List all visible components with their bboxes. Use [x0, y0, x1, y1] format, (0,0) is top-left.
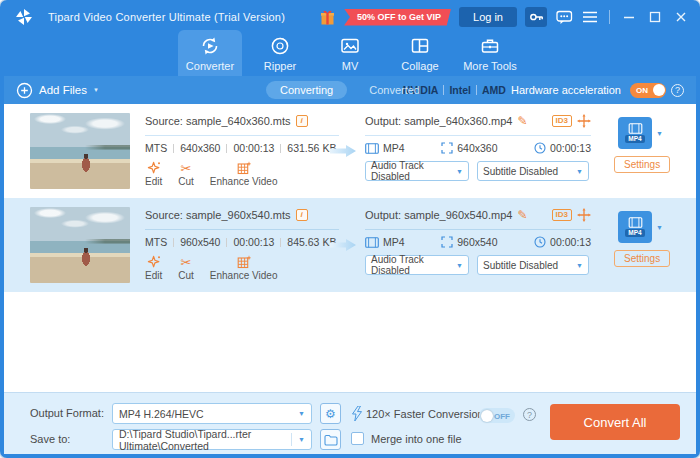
subtitle-dropdown[interactable]: Subtitle Disabled ▼ — [477, 161, 589, 181]
audio-track-dropdown[interactable]: Audio Track Disabled ▼ — [365, 255, 469, 275]
settings-button[interactable]: Settings — [614, 250, 670, 267]
faster-conversion-label: 120× Faster Conversion — [366, 408, 484, 420]
open-folder-button[interactable] — [320, 429, 341, 450]
tab-ripper-label: Ripper — [264, 60, 296, 72]
info-icon[interactable]: i — [296, 209, 308, 221]
film-icon — [365, 237, 379, 248]
faster-conversion-state: OFF — [494, 412, 510, 421]
hw-help-icon[interactable]: ? — [671, 84, 684, 97]
login-button[interactable]: Log in — [459, 7, 517, 27]
tab-mv[interactable]: MV — [318, 30, 382, 76]
film-icon — [628, 123, 643, 134]
format-settings-button[interactable]: ⚙ — [320, 403, 341, 424]
edit-button[interactable]: Edit — [145, 161, 162, 187]
source-format: MTS — [145, 142, 167, 154]
divider — [145, 135, 339, 136]
video-thumbnail[interactable] — [30, 113, 130, 189]
add-files-caret-icon: ▼ — [93, 87, 99, 93]
hw-accel-label: Hardware acceleration — [511, 84, 621, 96]
minimize-button[interactable] — [620, 8, 638, 26]
app-logo-icon — [14, 7, 34, 27]
output-duration: 00:00:13 — [550, 236, 591, 248]
cut-label: Cut — [178, 270, 194, 281]
output-resolution: 640x360 — [457, 142, 497, 154]
amd-label: AMD — [482, 84, 506, 96]
edit-icon — [147, 161, 161, 175]
gift-icon[interactable] — [319, 8, 336, 26]
scissors-icon: ✂ — [181, 161, 192, 175]
faster-help-icon[interactable]: ? — [523, 408, 536, 421]
output-format-dropdown[interactable]: MP4 H.264/HEVC ▼ — [112, 403, 312, 424]
feedback-icon[interactable] — [555, 8, 573, 26]
settings-button[interactable]: Settings — [614, 156, 670, 173]
subtitle-dropdown[interactable]: Subtitle Disabled ▼ — [477, 255, 589, 275]
profile-caret-icon[interactable]: ▼ — [656, 130, 663, 137]
output-profile-button[interactable]: MP4 — [618, 211, 652, 243]
convert-all-button[interactable]: Convert All — [550, 404, 680, 440]
id3-button[interactable]: ID3 — [552, 115, 572, 127]
dropdown-caret-icon: ▼ — [576, 168, 583, 175]
resolution-icon — [441, 236, 453, 248]
source-meta: MTS 640x360 00:00:13 631.56 KB — [145, 142, 339, 154]
ripper-icon — [269, 35, 291, 57]
close-button[interactable] — [672, 8, 690, 26]
source-format: MTS — [145, 236, 167, 248]
maximize-button[interactable] — [646, 8, 664, 26]
enhance-video-button[interactable]: Enhance Video — [210, 255, 278, 281]
dropdown-caret-icon: ▼ — [576, 262, 583, 269]
converted-tab[interactable]: Converted — [355, 81, 434, 99]
rename-icon[interactable]: ✎ — [517, 115, 527, 127]
tab-ripper[interactable]: Ripper — [248, 30, 312, 76]
id3-button[interactable]: ID3 — [552, 209, 572, 221]
output-profile-button[interactable]: MP4 — [618, 117, 652, 149]
tab-collage[interactable]: Collage — [388, 30, 452, 76]
edit-label: Edit — [145, 270, 162, 281]
move-icon[interactable] — [577, 208, 591, 222]
file-row[interactable]: Source: sample_640x360.mts i MTS 640x360… — [4, 104, 696, 198]
hw-accel-toggle[interactable]: ON — [630, 83, 666, 98]
audio-track-dropdown[interactable]: Audio Track Disabled ▼ — [365, 161, 469, 181]
dropdown-caret-icon: ▼ — [298, 436, 305, 443]
profile-format-badge: MP4 — [625, 229, 644, 238]
enhance-icon — [237, 161, 251, 175]
faster-conversion-toggle[interactable]: OFF — [479, 408, 515, 423]
tab-collage-label: Collage — [401, 60, 438, 72]
output-format: MP4 — [383, 142, 405, 154]
rename-icon[interactable]: ✎ — [517, 209, 527, 221]
tab-converter-label: Converter — [186, 60, 234, 72]
footer-bar: Output Format: MP4 H.264/HEVC ▼ ⚙ 120× F… — [4, 392, 696, 454]
move-icon[interactable] — [577, 114, 591, 128]
film-icon — [365, 143, 379, 154]
video-thumbnail[interactable] — [30, 207, 130, 283]
enhance-video-button[interactable]: Enhance Video — [210, 161, 278, 187]
lightning-icon — [351, 406, 363, 421]
enhance-label: Enhance Video — [210, 270, 278, 281]
dropdown-caret-icon: ▼ — [456, 168, 463, 175]
tab-more-tools[interactable]: More Tools — [458, 30, 522, 76]
resolution-icon — [441, 142, 453, 154]
info-icon[interactable]: i — [296, 115, 308, 127]
edit-icon — [147, 255, 161, 269]
profile-format-badge: MP4 — [625, 135, 644, 144]
scissors-icon: ✂ — [181, 255, 192, 269]
add-files-button[interactable]: Add Files ▼ — [16, 82, 99, 99]
save-to-dropdown[interactable]: D:\Tipard Studio\Tipard...rter Ultimate\… — [112, 429, 312, 450]
merge-checkbox[interactable] — [351, 432, 364, 445]
menu-icon[interactable] — [581, 8, 599, 26]
enhance-icon — [237, 255, 251, 269]
cut-button[interactable]: ✂ Cut — [178, 255, 194, 281]
file-row[interactable]: Source: sample_960x540.mts i MTS 960x540… — [4, 198, 696, 292]
edit-label: Edit — [145, 176, 162, 187]
key-icon[interactable] — [525, 7, 547, 27]
cut-button[interactable]: ✂ Cut — [178, 161, 194, 187]
profile-caret-icon[interactable]: ▼ — [656, 224, 663, 231]
duration-icon — [534, 236, 546, 248]
tab-converter[interactable]: Converter — [178, 30, 242, 76]
edit-button[interactable]: Edit — [145, 255, 162, 281]
output-meta: MP4 640x360 00:00:13 — [365, 142, 591, 154]
converting-tab[interactable]: Converting — [266, 81, 347, 99]
output-format-value: MP4 H.264/HEVC — [119, 408, 204, 420]
output-format: MP4 — [383, 236, 405, 248]
output-filename: Output: sample_960x540.mp4 — [365, 209, 512, 221]
promo-badge[interactable]: 50% OFF to Get VIP — [344, 9, 451, 26]
